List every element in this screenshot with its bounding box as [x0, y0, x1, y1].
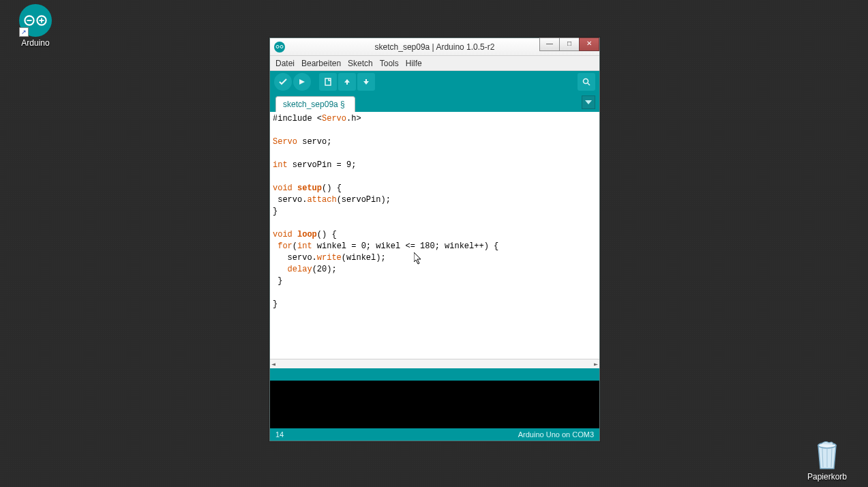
- svg-marker-15: [363, 81, 369, 85]
- tab-menu-button[interactable]: [582, 95, 595, 109]
- svg-rect-14: [346, 83, 348, 85]
- svg-point-17: [584, 79, 588, 84]
- console-output[interactable]: [270, 381, 599, 428]
- menu-help[interactable]: Hilfe: [406, 59, 422, 68]
- horizontal-scrollbar[interactable]: ◄ ►: [270, 359, 599, 368]
- menu-sketch[interactable]: Sketch: [348, 59, 373, 68]
- desktop-icon-label: Arduino: [8, 38, 63, 48]
- desktop-icon-arduino[interactable]: ↗ Arduino: [8, 4, 63, 48]
- svg-point-10: [280, 46, 283, 48]
- statusbar: 14 Arduino Uno on COM3: [270, 428, 599, 441]
- titlebar[interactable]: sketch_sep09a | Arduino 1.0.5-r2 — □ ✕: [270, 38, 599, 56]
- tabbar: sketch_sep09a §: [270, 93, 599, 112]
- new-button[interactable]: [319, 73, 337, 91]
- toolbar: [270, 71, 599, 93]
- chevron-down-icon: [585, 100, 592, 104]
- desktop-icon-trash[interactable]: Papierkorb: [800, 438, 854, 482]
- serial-monitor-button[interactable]: [578, 73, 595, 91]
- editor-area: #include <Servo.h> Servo servo; int serv…: [270, 112, 599, 368]
- tab-sketch[interactable]: sketch_sep09a §: [275, 96, 355, 112]
- status-line-number: 14: [275, 430, 284, 439]
- message-bar: [270, 368, 599, 381]
- svg-rect-12: [325, 78, 331, 85]
- svg-point-9: [276, 46, 279, 48]
- save-button[interactable]: [357, 73, 375, 91]
- menu-edit[interactable]: Bearbeiten: [301, 59, 341, 68]
- shortcut-overlay-icon: ↗: [19, 27, 29, 37]
- scroll-left-button[interactable]: ◄: [271, 360, 275, 368]
- svg-rect-16: [365, 79, 367, 81]
- trash-icon: [811, 438, 843, 471]
- code-editor[interactable]: #include <Servo.h> Servo servo; int serv…: [270, 112, 599, 359]
- scroll-right-button[interactable]: ►: [594, 360, 598, 368]
- open-button[interactable]: [338, 73, 356, 91]
- minimize-button[interactable]: —: [539, 38, 560, 51]
- menu-file[interactable]: Datei: [275, 59, 295, 68]
- close-button[interactable]: ✕: [579, 38, 599, 51]
- menubar: Datei Bearbeiten Sketch Tools Hilfe: [270, 56, 599, 71]
- svg-line-18: [588, 83, 590, 85]
- maximize-button[interactable]: □: [559, 38, 580, 51]
- svg-marker-11: [299, 79, 305, 85]
- desktop-icon-label: Papierkorb: [800, 472, 854, 482]
- menu-tools[interactable]: Tools: [380, 59, 399, 68]
- upload-button[interactable]: [293, 73, 311, 91]
- status-board-port: Arduino Uno on COM3: [518, 430, 594, 439]
- verify-button[interactable]: [274, 73, 292, 91]
- arduino-icon: ↗: [19, 4, 52, 37]
- arduino-ide-window: sketch_sep09a | Arduino 1.0.5-r2 — □ ✕ D…: [269, 38, 600, 441]
- arduino-app-icon: [274, 42, 285, 53]
- svg-marker-13: [344, 79, 350, 83]
